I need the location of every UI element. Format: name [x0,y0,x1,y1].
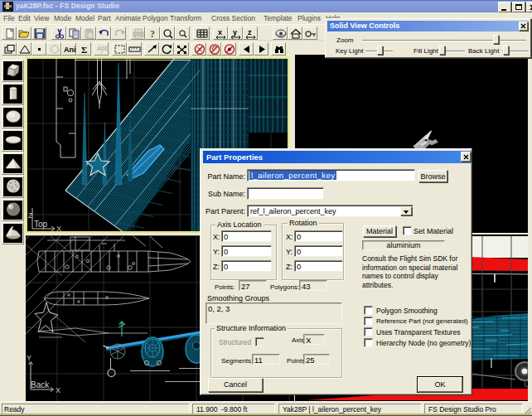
svg-text:y: y [233,28,237,36]
svg-text:x: x [218,28,222,36]
svg-text:Σ: Σ [81,45,87,55]
svg-text:Ani: Ani [64,46,76,54]
svg-text:X: X [56,386,60,394]
svg-text:Back: Back [31,380,50,389]
svg-text:ADD: ADD [97,46,109,51]
svg-text:Y: Y [27,354,31,362]
svg-text:?: ? [150,28,155,39]
svg-text:Top: Top [34,220,48,229]
svg-text:Z: Z [28,211,33,220]
svg-text:z: z [248,28,252,36]
svg-text:X: X [56,225,61,231]
